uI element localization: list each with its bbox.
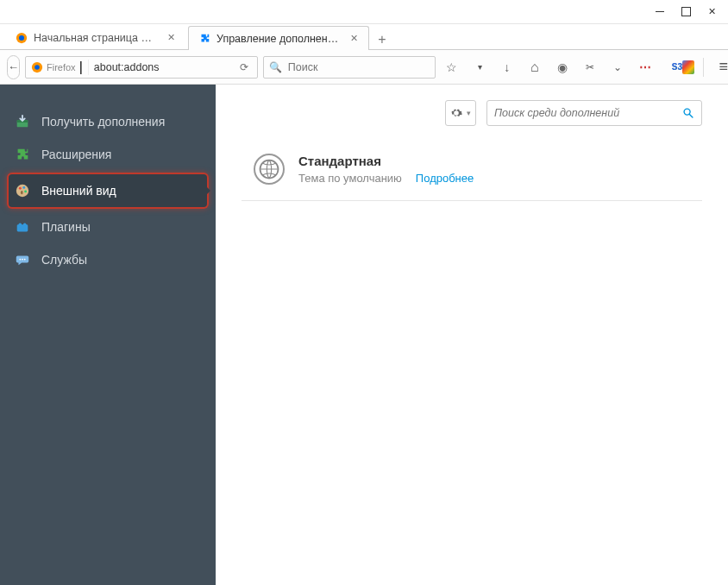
svg-point-9 — [24, 190, 27, 192]
tab-home[interactable]: Начальная страница Mo… ✕ — [5, 25, 186, 49]
lego-brick-icon — [14, 218, 31, 236]
svg-point-8 — [22, 186, 25, 189]
chat-bubble-icon — [14, 251, 31, 268]
bookmarks-dropdown-icon[interactable] — [468, 56, 491, 79]
paint-palette-icon — [14, 182, 31, 199]
downloads-icon[interactable] — [496, 56, 518, 79]
overflow-icon[interactable] — [634, 56, 656, 79]
svg-rect-10 — [17, 224, 28, 231]
addons-search-input[interactable] — [494, 107, 682, 119]
sidebar-item-appearance[interactable]: Внешний вид — [9, 174, 207, 207]
sidebar-item-label: Службы — [41, 253, 87, 267]
toolbar-buttons — [441, 56, 728, 79]
gear-icon — [450, 107, 462, 119]
firefox-brand-icon — [31, 61, 43, 73]
toolbar-divider — [703, 58, 704, 77]
addons-header — [242, 100, 702, 126]
svg-point-14 — [22, 259, 23, 261]
s3-extension-icon[interactable] — [672, 56, 694, 79]
tab-label: Управление дополнения… — [217, 33, 342, 45]
theme-more-link[interactable]: Подробнее — [416, 172, 474, 185]
svg-point-13 — [19, 259, 21, 261]
svg-point-15 — [24, 259, 26, 261]
menu-icon[interactable] — [712, 56, 728, 79]
tab-label: Начальная страница Mo… — [34, 32, 160, 44]
sidebar-item-plugins[interactable]: Плагины — [0, 211, 216, 243]
close-icon[interactable]: ✕ — [348, 33, 360, 45]
url-input[interactable] — [89, 61, 235, 73]
screenshot-icon[interactable] — [579, 56, 601, 79]
separator: | — [79, 60, 83, 75]
close-icon[interactable]: ✕ — [165, 32, 177, 44]
download-box-icon — [14, 113, 31, 130]
search-bar[interactable]: 🔍 — [263, 56, 436, 79]
window-titlebar — [0, 0, 728, 24]
puzzle-icon — [198, 32, 211, 46]
theme-title: Стандартная — [298, 154, 474, 168]
pocket-icon[interactable] — [606, 56, 629, 79]
svg-point-11 — [19, 223, 22, 227]
tools-gear-button[interactable] — [445, 100, 476, 126]
site-identity[interactable]: Firefox | — [26, 60, 89, 75]
search-icon: 🔍 — [269, 61, 283, 73]
tab-addons[interactable]: Управление дополнения… ✕ — [188, 26, 369, 50]
addons-search-bar[interactable] — [486, 100, 702, 126]
back-button[interactable] — [7, 55, 20, 79]
puzzle-piece-icon — [14, 146, 31, 163]
svg-point-12 — [23, 223, 27, 227]
sidebar-item-label: Внешний вид — [41, 184, 116, 198]
web-icon[interactable] — [551, 56, 574, 79]
search-icon[interactable] — [682, 107, 694, 119]
firefox-icon — [15, 31, 28, 45]
content-area: Получить дополнения Расширения Внешний в… — [0, 85, 728, 585]
theme-subtitle-row: Тема по умолчанию Подробнее — [298, 172, 474, 185]
reload-icon[interactable]: ⟳ — [235, 61, 254, 73]
globe-icon — [254, 154, 285, 185]
sidebar-item-label: Плагины — [41, 220, 91, 234]
svg-point-1 — [19, 35, 24, 40]
sidebar-item-label: Расширения — [41, 148, 111, 161]
new-tab-button[interactable]: + — [371, 30, 393, 49]
addons-sidebar: Получить дополнения Расширения Внешний в… — [0, 85, 216, 585]
window-minimize-button[interactable] — [647, 3, 673, 21]
search-input[interactable] — [283, 61, 430, 73]
tab-strip: Начальная страница Mo… ✕ Управление допо… — [0, 24, 728, 50]
window-close-button[interactable] — [699, 3, 725, 21]
window-maximize-button[interactable] — [673, 3, 699, 21]
sidebar-item-extensions[interactable]: Расширения — [0, 138, 216, 171]
url-bar[interactable]: Firefox | ⟳ — [25, 56, 258, 79]
svg-point-7 — [19, 187, 22, 190]
sidebar-item-services[interactable]: Службы — [0, 243, 216, 276]
bookmark-star-icon[interactable] — [441, 56, 463, 79]
addons-main-panel: Стандартная Тема по умолчанию Подробнее — [216, 85, 728, 585]
home-icon[interactable] — [524, 56, 546, 79]
svg-point-3 — [35, 65, 40, 70]
svg-line-17 — [689, 114, 693, 117]
theme-body: Стандартная Тема по умолчанию Подробнее — [298, 154, 474, 185]
theme-subtitle: Тема по умолчанию — [298, 172, 402, 185]
identity-label: Firefox — [47, 62, 76, 72]
nav-toolbar: Firefox | ⟳ 🔍 — [0, 50, 728, 85]
theme-list-item[interactable]: Стандартная Тема по умолчанию Подробнее — [242, 145, 702, 201]
sidebar-item-label: Получить дополнения — [41, 115, 165, 129]
sidebar-item-get-addons[interactable]: Получить дополнения — [0, 105, 216, 138]
